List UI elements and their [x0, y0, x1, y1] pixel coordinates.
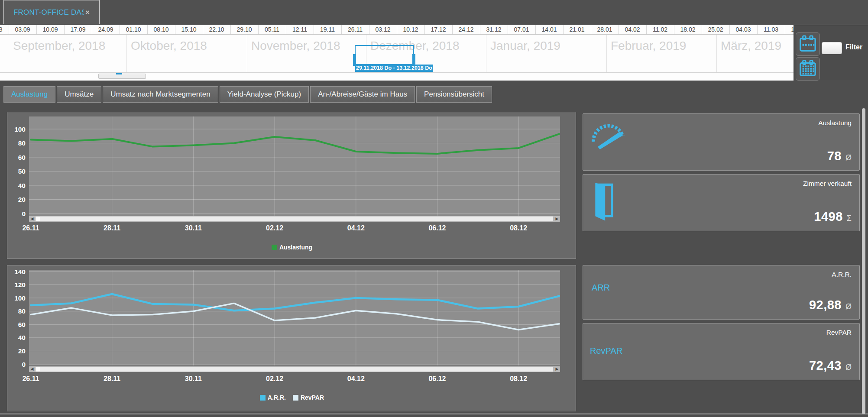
scroll-right-arrow[interactable]: ▶: [554, 216, 560, 222]
x-axis-label: 08.12: [510, 375, 527, 382]
y-axis-label: 0: [22, 210, 26, 217]
week-label: 29.10: [230, 26, 258, 33]
revpar-text-icon: RevPAR: [590, 346, 622, 356]
scrollbar-thumb[interactable]: [36, 367, 553, 372]
y-axis-label: 40: [18, 334, 26, 341]
week-label: 15.10: [175, 26, 203, 33]
week-label: 14.01: [535, 26, 563, 33]
average-symbol: Ø: [845, 302, 852, 311]
y-axis-label: 100: [14, 126, 26, 133]
week-label: 08.10: [147, 26, 175, 33]
average-symbol: Ø: [845, 153, 852, 162]
kpi-label: Zimmer verkauft: [803, 180, 852, 187]
x-axis-label: 30.11: [185, 375, 202, 382]
legend-item: Auslastung: [272, 244, 312, 251]
dashboard-app: FRONT-OFFICE DASHBOARD × 27.0803.0910.09…: [0, 0, 868, 417]
week-label: 10.12: [397, 26, 424, 33]
x-axis-label: 30.11: [185, 224, 202, 232]
legend-label: A.R.R.: [268, 394, 286, 401]
tab-umsatz-nach-marktsegmenten[interactable]: Umsatz nach Marktsegmenten: [103, 86, 218, 103]
timeline-scrollbar[interactable]: [98, 74, 146, 79]
scroll-left-arrow[interactable]: ◀: [29, 366, 35, 372]
calendar-month-button[interactable]: [796, 57, 820, 81]
week-label: 12.11: [286, 26, 314, 33]
calendar-week-icon: [799, 35, 817, 54]
right-scrollbar[interactable]: [862, 108, 865, 414]
kpi-value: 72,43: [809, 359, 842, 373]
week-label: 04.03: [729, 26, 757, 33]
scrollbar-thumb[interactable]: [36, 217, 553, 221]
week-label: 22.10: [203, 26, 230, 33]
x-axis-label: 04.12: [347, 375, 365, 382]
legend-item: A.R.R.: [260, 394, 286, 401]
week-label: 03.09: [9, 26, 36, 33]
legend-label: Auslastung: [279, 244, 312, 251]
window-tab[interactable]: FRONT-OFFICE DASHBOARD ×: [3, 0, 100, 24]
selection-handle-left[interactable]: [353, 54, 356, 66]
timeline-scrollbar-thumb[interactable]: [116, 73, 122, 74]
week-label: 18.02: [674, 26, 702, 33]
section-tab-bar: AuslastungUmsätzeUmsatz nach Marktsegmen…: [3, 86, 493, 103]
x-axis-label: 28.11: [104, 224, 120, 232]
week-label: 28.01: [591, 26, 619, 33]
scroll-right-arrow[interactable]: ▶: [554, 366, 560, 372]
arr-revpar-chart-panel: 14012010080604020026.1128.1130.1102.1204…: [7, 265, 576, 411]
week-label: 10.09: [36, 26, 64, 33]
week-label: 25.02: [702, 26, 729, 33]
y-axis-label: 80: [18, 307, 26, 315]
scroll-left-arrow[interactable]: ◀: [29, 216, 35, 222]
average-symbol: Ø: [845, 363, 852, 372]
kpi-card-zimmer-verkauft: Zimmer verkauft 1498 Σ: [583, 174, 860, 231]
kpi-value: 92,88: [809, 298, 842, 312]
window-tab-title: FRONT-OFFICE DASHBOARD: [13, 8, 84, 17]
y-axis-label: 140: [14, 268, 26, 275]
legend-item: RevPAR: [293, 394, 324, 401]
month-separator: [126, 35, 127, 72]
chart-scrollbar[interactable]: ◀▶: [29, 216, 560, 222]
tab-pensionsübersicht[interactable]: Pensionsübersicht: [416, 86, 492, 103]
x-axis-label: 26.11: [22, 224, 39, 232]
y-axis-label: 20: [18, 196, 26, 203]
tab-yield-analyse-pickup-[interactable]: Yield-Analyse (Pickup): [220, 86, 309, 103]
week-label: 27.08: [0, 26, 9, 33]
month-label: Januar, 2019: [490, 39, 560, 53]
timeline-scale[interactable]: 27.0803.0910.0917.0924.0901.1008.1015.10…: [0, 25, 794, 81]
week-label: 21.01: [563, 26, 591, 33]
month-separator: [247, 35, 247, 72]
calendar-week-button[interactable]: [796, 32, 820, 56]
y-axis-label: 40: [18, 182, 26, 189]
y-axis-label: 50: [18, 168, 26, 175]
y-axis-label: 100: [14, 294, 26, 302]
bottom-divider: [0, 414, 868, 414]
chart-legend: Auslastung: [7, 244, 577, 251]
week-label: 31.12: [480, 26, 508, 33]
kpi-card-arr: ARR A.R.R. 92,88 Ø: [583, 265, 860, 320]
tab-auslastung[interactable]: Auslastung: [3, 86, 55, 103]
kpi-label: Auslastung: [818, 119, 852, 127]
filter-label: Filter: [845, 43, 862, 51]
legend-swatch: [293, 395, 298, 401]
kpi-value: 78: [827, 149, 842, 163]
kpi-card-revpar: RevPAR RevPAR 72,43 Ø: [583, 323, 860, 380]
selection-handle-right[interactable]: [412, 54, 415, 66]
legend-swatch: [260, 395, 266, 401]
month-separator: [716, 35, 717, 72]
window-tab-bar: FRONT-OFFICE DASHBOARD ×: [0, 0, 868, 25]
chart-canvas: 1008060504020026.1128.1130.1102.1204.120…: [7, 112, 576, 259]
tab-umsätze[interactable]: Umsätze: [57, 86, 101, 103]
close-icon[interactable]: ×: [85, 8, 90, 17]
gauge-icon: [589, 119, 629, 153]
week-label: 24.09: [92, 26, 120, 33]
month-label: September, 2018: [13, 39, 105, 53]
chart-scrollbar[interactable]: ◀▶: [29, 366, 560, 372]
week-label: 26.11: [341, 26, 369, 33]
selection-tooltip: 29.11.2018 Do - 13.12.2018 Do: [355, 65, 433, 72]
tab-an-abreise-gäste-im-haus[interactable]: An-/Abreise/Gäste im Haus: [310, 86, 415, 103]
week-label: 17.09: [64, 26, 92, 33]
week-label: 11.03: [757, 26, 785, 33]
x-axis-label: 06.12: [428, 375, 446, 382]
month-label: Oktober, 2018: [131, 39, 207, 53]
filter-toggle[interactable]: [822, 42, 842, 54]
kpi-label: RevPAR: [826, 329, 852, 336]
selection-rect[interactable]: [355, 45, 414, 65]
